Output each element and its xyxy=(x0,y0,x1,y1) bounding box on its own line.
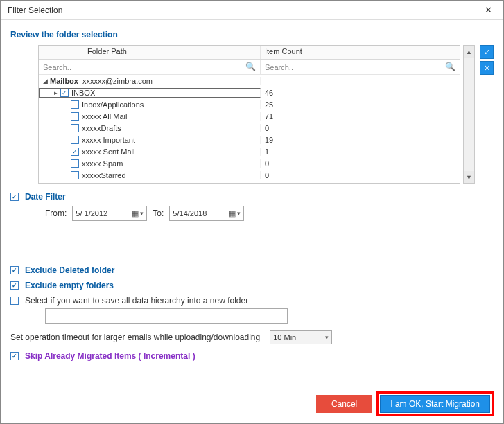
table-row[interactable]: ▸ xxxxx Important 19 xyxy=(39,134,460,145)
row-checkbox[interactable] xyxy=(71,100,79,109)
row-checkbox[interactable] xyxy=(71,159,79,168)
table-row[interactable]: ▸ xxxxx All Mail 71 xyxy=(39,110,460,122)
table-row[interactable]: ▸ xxxxxStarred 0 xyxy=(39,169,460,181)
grid-search-row: Search.. 🔍 Search.. 🔍 xyxy=(39,60,460,75)
row-count: 0 xyxy=(261,183,460,184)
search-path-placeholder: Search.. xyxy=(43,63,71,71)
timeout-value: 10 Min xyxy=(273,333,296,342)
dialog-footer: Cancel I am OK, Start Migration xyxy=(316,391,494,416)
grid-rows: ◢ Mailbox xxxxxx@zimbra.com ▸ INBOX 46 xyxy=(39,75,460,184)
to-label: To: xyxy=(153,209,164,218)
to-date-input[interactable]: 5/14/2018 ▦▾ xyxy=(169,206,244,221)
row-checkbox[interactable] xyxy=(71,148,79,156)
chevron-down-icon: ▾ xyxy=(325,334,329,341)
cancel-button[interactable]: Cancel xyxy=(316,395,372,413)
row-checkbox[interactable] xyxy=(71,171,79,179)
search-count-cell[interactable]: Search.. 🔍 xyxy=(261,60,460,74)
row-checkbox[interactable] xyxy=(60,89,69,97)
skip-migrated-checkbox[interactable] xyxy=(10,352,19,360)
close-button[interactable]: ✕ xyxy=(477,3,499,18)
folder-tree-grid[interactable]: Folder Path Item Count Search.. 🔍 Search… xyxy=(38,45,460,184)
start-button-highlight: I am OK, Start Migration xyxy=(376,391,494,416)
row-label: xxxxx All Mail xyxy=(82,112,127,121)
vertical-scrollbar[interactable]: ▲ ▼ xyxy=(463,45,475,184)
row-label: xxxxxStarred xyxy=(82,171,126,179)
table-row[interactable]: ▸ xxxxx Sent Mail 1 xyxy=(39,145,460,157)
row-count: 0 xyxy=(261,171,460,179)
scroll-down-button[interactable]: ▼ xyxy=(464,171,474,183)
collapse-icon[interactable]: ◢ xyxy=(42,78,49,85)
row-checkbox[interactable] xyxy=(71,112,79,121)
row-checkbox[interactable] xyxy=(71,136,79,144)
row-count: 46 xyxy=(261,89,460,97)
skip-migrated-label: Skip Already Migrated Items ( Incrementa… xyxy=(25,351,195,361)
date-range-row: From: 5/ 1/2012 ▦▾ To: 5/14/2018 ▦▾ xyxy=(45,206,494,221)
row-checkbox[interactable] xyxy=(71,124,79,132)
column-header-path[interactable]: Folder Path xyxy=(39,46,261,59)
table-row[interactable]: ▸ xxxxxTrash 0 xyxy=(39,181,460,184)
to-date-value: 5/14/2018 xyxy=(173,209,207,218)
search-icon[interactable]: 🔍 xyxy=(445,62,455,71)
date-filter-checkbox[interactable] xyxy=(10,193,19,201)
exclude-empty-row: Exclude empty folders xyxy=(10,281,494,290)
row-label: xxxxx Sent Mail xyxy=(82,148,134,156)
exclude-empty-label: Exclude empty folders xyxy=(25,281,114,290)
row-count: 71 xyxy=(261,112,460,121)
review-folder-label: Review the folder selection xyxy=(10,30,494,39)
table-row[interactable]: ▸ INBOX 46 xyxy=(39,87,460,98)
column-header-count[interactable]: Item Count xyxy=(261,46,460,59)
row-count: 25 xyxy=(261,100,460,109)
uncheck-all-button[interactable]: ✕ xyxy=(480,61,494,75)
new-folder-name-input[interactable] xyxy=(45,308,288,324)
save-new-folder-checkbox[interactable] xyxy=(10,297,19,305)
row-label: Inbox/Applications xyxy=(82,100,144,109)
row-checkbox[interactable] xyxy=(71,183,79,184)
timeout-row: Set operation timeout for larger emails … xyxy=(10,330,494,344)
exclude-deleted-row: Exclude Deleted folder xyxy=(10,265,494,275)
date-filter-label: Date Filter xyxy=(25,192,66,202)
table-row[interactable]: ▸ Inbox/Applications 25 xyxy=(39,98,460,110)
row-count: 1 xyxy=(261,148,460,156)
titlebar: Filter Selection ✕ xyxy=(1,1,503,20)
search-count-placeholder: Search.. xyxy=(265,63,293,71)
grid-header-row: Folder Path Item Count xyxy=(39,46,460,60)
calendar-icon[interactable]: ▦ xyxy=(132,209,139,218)
row-label: xxxxxTrash xyxy=(82,183,120,184)
search-icon[interactable]: 🔍 xyxy=(245,62,256,71)
save-new-folder-label: Select if you want to save all data hier… xyxy=(25,296,248,306)
mailbox-root-row[interactable]: ◢ Mailbox xxxxxx@zimbra.com xyxy=(39,75,460,87)
row-count: 0 xyxy=(261,159,460,168)
table-row[interactable]: ▸ xxxxxDrafts 0 xyxy=(39,122,460,134)
mailbox-account: xxxxxx@zimbra.com xyxy=(82,77,153,85)
save-new-folder-row: Select if you want to save all data hier… xyxy=(10,296,494,306)
search-path-cell[interactable]: Search.. 🔍 xyxy=(39,60,261,74)
timeout-select[interactable]: 10 Min ▾ xyxy=(270,330,332,344)
date-filter-row: Date Filter xyxy=(10,192,494,202)
row-count: 19 xyxy=(261,136,460,144)
scroll-up-button[interactable]: ▲ xyxy=(464,46,474,58)
expand-icon[interactable]: ▸ xyxy=(52,89,59,96)
window-title: Filter Selection xyxy=(8,6,62,15)
from-date-input[interactable]: 5/ 1/2012 ▦▾ xyxy=(72,206,147,221)
check-all-button[interactable]: ✓ xyxy=(480,45,494,59)
filter-selection-dialog: Filter Selection ✕ Review the folder sel… xyxy=(0,0,504,424)
exclude-deleted-checkbox[interactable] xyxy=(10,266,19,274)
skip-migrated-row: Skip Already Migrated Items ( Incrementa… xyxy=(10,351,494,361)
exclude-empty-checkbox[interactable] xyxy=(10,281,19,290)
timeout-label: Set operation timeout for larger emails … xyxy=(10,333,260,342)
row-label: xxxxx Spam xyxy=(82,159,123,168)
exclude-deleted-label: Exclude Deleted folder xyxy=(25,265,114,275)
mailbox-label: Mailbox xyxy=(50,77,78,85)
row-label: xxxxxDrafts xyxy=(82,124,121,132)
chevron-down-icon[interactable]: ▾ xyxy=(140,210,144,217)
chevron-down-icon[interactable]: ▾ xyxy=(237,210,241,217)
start-migration-button[interactable]: I am OK, Start Migration xyxy=(380,395,490,413)
calendar-icon[interactable]: ▦ xyxy=(229,209,236,218)
row-count: 0 xyxy=(261,124,460,132)
row-label: xxxxx Important xyxy=(82,136,135,144)
from-date-value: 5/ 1/2012 xyxy=(76,209,107,218)
table-row[interactable]: ▸ xxxxx Spam 0 xyxy=(39,157,460,169)
row-label: INBOX xyxy=(71,89,95,97)
from-label: From: xyxy=(45,209,67,218)
